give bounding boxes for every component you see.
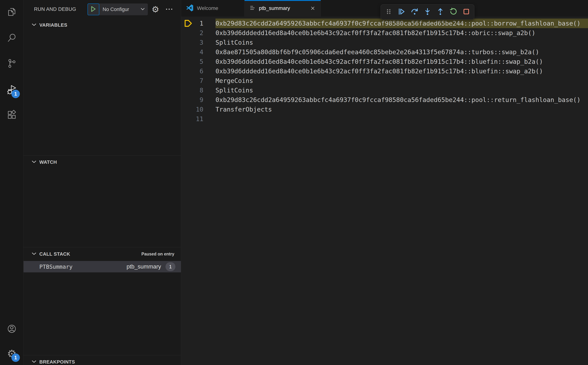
step-into-icon [424,7,432,16]
frame-name: PTBSummary [39,264,73,270]
sidebar-item-explorer[interactable] [0,3,23,21]
debug-current-line-arrow-icon [184,20,192,27]
more-actions-button[interactable] [164,3,175,15]
sidebar-item-search[interactable] [0,29,23,47]
activity-bar: 1 ⚙ 1 [0,0,23,365]
line-number: 1 [195,19,203,28]
code-line[interactable]: 40x8ae871505a80d8bf6bf9c05906cda6edfeea4… [181,47,588,57]
chevron-down-icon [32,360,39,364]
files-icon [7,7,17,18]
line-number: 9 [195,95,203,105]
chevron-down-icon [32,160,39,164]
line-number: 3 [195,38,203,47]
sidebar-item-extensions[interactable] [0,106,23,124]
code-line[interactable]: 60xb39d6dddedd16ed8a40ce0b1e6b43c92acf0f… [181,66,588,76]
frame-source: ptb_summary [127,263,161,270]
ellipsis-icon [165,8,173,11]
continue-button[interactable] [396,7,407,17]
step-into-button[interactable] [422,7,433,17]
debug-current-line-arrow-icon [181,20,195,27]
config-dropdown-value: No Configur [103,7,129,12]
code-text: 0xb29d83c26cdd2a64959263abbcfc4a6937f0c9… [215,95,588,105]
variables-section-header[interactable]: VARIABLES [23,18,181,32]
code-text: 0xb39d6dddedd16ed8a40ce0b1e6b43c92acf0ff… [215,57,588,66]
chevron-down-icon [32,23,39,27]
continue-icon [397,7,406,16]
search-icon [7,33,17,44]
section-label: BREAKPOINTS [39,359,75,365]
tab-welcome[interactable]: Welcome [181,0,245,17]
play-icon [91,6,96,13]
code-text: MergeCoins [215,76,588,85]
step-over-icon [411,7,419,16]
step-over-button[interactable] [409,7,420,17]
line-number: 11 [195,114,203,124]
call-stack-frames: PTBSummaryptb_summary1 [23,261,181,272]
tab-ptb-summary[interactable]: ptb_summary [245,0,321,17]
tab-label: ptb_summary [259,5,290,11]
code-text: SplitCoins [215,38,588,47]
sidebar-item-source-control[interactable] [0,55,23,73]
code-line[interactable]: 8SplitCoins [181,85,588,95]
source-control-icon [7,58,17,69]
sidebar-header: RUN AND DEBUG No Configur ⚙ [23,0,181,18]
restart-button[interactable] [448,7,459,17]
settings-button[interactable]: ⚙ 1 [0,344,23,363]
code-line[interactable]: 90xb29d83c26cdd2a64959263abbcfc4a6937f0c… [181,95,588,105]
code-line[interactable]: 11 [181,114,588,124]
sidebar-item-run-and-debug[interactable]: 1 [0,81,23,99]
vscode-window: 1 ⚙ 1 RUN AND DEBUG [0,0,588,365]
extensions-icon [7,110,17,121]
toolbar-drag-handle[interactable] [383,7,394,17]
code-text: 0xb29d83c26cdd2a64959263abbcfc4a6937f0c9… [215,19,588,28]
watch-section-header[interactable]: WATCH [23,155,181,169]
code-line[interactable]: 10TransferObjects [181,105,588,114]
variables-section: VARIABLES [23,18,181,155]
tab-label: Welcome [197,5,218,11]
sidebar-title: RUN AND DEBUG [34,0,76,18]
stop-icon [462,7,470,16]
debug-badge: 1 [11,90,20,98]
section-label: WATCH [39,159,57,165]
code-line[interactable]: 20xb39d6dddedd16ed8a40ce0b1e6b43c92acf0f… [181,28,588,38]
code-line[interactable]: 3SplitCoins [181,38,588,47]
list-icon [249,5,255,12]
step-out-button[interactable] [435,7,446,17]
chevron-down-icon [139,7,145,11]
vscode-logo-icon [186,4,194,13]
pause-status: Paused on entry [142,252,181,257]
breakpoints-section-header[interactable]: BREAKPOINTS [23,355,181,365]
code-line[interactable]: 50xb39d6dddedd16ed8a40ce0b1e6b43c92acf0f… [181,57,588,66]
code-text: 0x8ae871505a80d8bf6bf9c05906cda6edfeea46… [215,47,588,57]
code-line[interactable]: 10xb29d83c26cdd2a64959263abbcfc4a6937f0c… [181,19,588,28]
code-text: SplitCoins [215,85,588,95]
debug-settings-button[interactable]: ⚙ [149,3,162,15]
call-stack-section-header[interactable]: CALL STACK Paused on entry [23,247,181,261]
frame-badge: 1 [165,262,175,271]
code-text: 0xb39d6dddedd16ed8a40ce0b1e6b43c92acf0ff… [215,28,588,38]
accounts-button[interactable] [0,320,23,338]
chevron-down-icon [32,252,39,256]
code-editor: 10xb29d83c26cdd2a64959263abbcfc4a6937f0c… [181,17,588,124]
settings-badge: 1 [11,353,20,362]
launch-control: No Configur [87,3,148,15]
start-debugging-button[interactable] [87,3,99,15]
watch-section: WATCH [23,155,181,247]
gripper-icon [385,7,393,16]
section-label: CALL STACK [39,251,70,257]
code-line[interactable]: 7MergeCoins [181,76,588,85]
debug-toolbar [381,4,474,20]
config-dropdown[interactable]: No Configur [99,3,148,15]
close-icon[interactable] [310,5,316,11]
code-text: TransferObjects [215,105,588,114]
line-number: 10 [195,105,203,114]
line-number: 5 [195,57,203,66]
stop-button[interactable] [461,7,472,17]
call-stack-frame[interactable]: PTBSummaryptb_summary1 [23,261,181,272]
restart-icon [449,7,457,16]
breakpoints-section: BREAKPOINTS [23,355,181,365]
run-and-debug-sidebar: RUN AND DEBUG No Configur ⚙ [23,0,181,365]
line-number: 6 [195,66,203,76]
step-out-icon [436,7,444,16]
editor-area: Welcome ptb_summary 10xb29d83c26cdd2a649… [181,0,588,365]
